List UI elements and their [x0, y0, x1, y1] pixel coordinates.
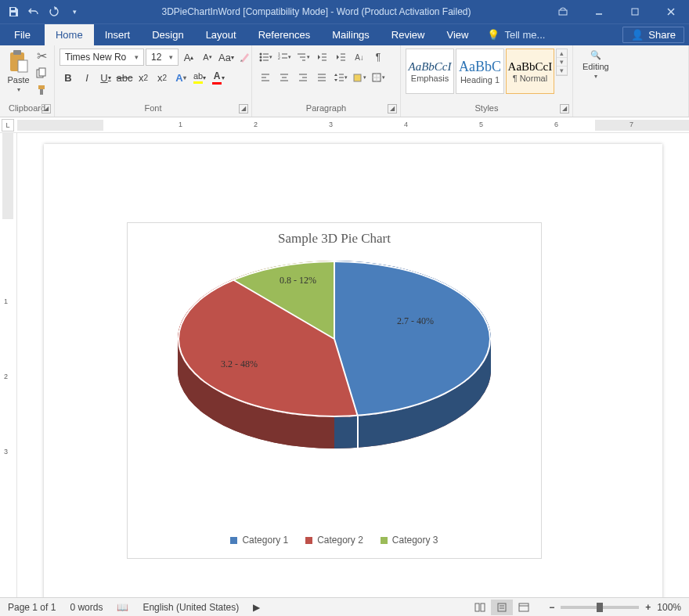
minimize-icon[interactable] [581, 0, 617, 23]
tab-view[interactable]: View [435, 24, 479, 45]
svg-point-16 [260, 59, 262, 62]
zoom-slider[interactable] [561, 606, 639, 609]
font-color-icon[interactable]: A▾ [210, 69, 227, 86]
close-icon[interactable] [653, 0, 689, 23]
borders-icon[interactable]: ▾ [370, 69, 387, 86]
change-case-icon[interactable]: Aa▾ [218, 49, 235, 66]
qat-customize-icon[interactable]: ▾ [66, 3, 83, 20]
style-emphasis[interactable]: AaBbCcIEmphasis [406, 49, 454, 94]
italic-button[interactable]: I [78, 69, 96, 86]
maximize-icon[interactable] [617, 0, 653, 23]
clear-formatting-icon[interactable] [236, 49, 254, 66]
tell-me[interactable]: 💡 Tell me... [479, 24, 553, 45]
web-layout-icon[interactable] [513, 600, 535, 615]
shrink-font-icon[interactable]: A▾ [199, 49, 216, 66]
svg-rect-11 [40, 89, 43, 95]
tab-design[interactable]: Design [141, 24, 194, 45]
scroll-down-icon[interactable]: ▾ [557, 58, 567, 67]
align-right-icon[interactable] [294, 69, 312, 86]
read-mode-icon[interactable] [469, 600, 491, 615]
tab-selector-icon[interactable]: L [2, 119, 14, 131]
editing-button[interactable]: 🔍 Editing ▾ [578, 49, 614, 81]
superscript-button[interactable]: x2 [153, 69, 171, 86]
ruler-mark: 2 [254, 121, 258, 128]
font-size-text: 12 [151, 52, 161, 63]
status-language[interactable]: English (United States) [142, 602, 239, 613]
format-painter-icon[interactable] [34, 83, 49, 97]
zoom-out-icon[interactable]: − [549, 602, 554, 613]
bulb-icon: 💡 [487, 29, 500, 41]
status-words[interactable]: 0 words [70, 602, 103, 613]
zoom-in-icon[interactable]: + [645, 602, 651, 613]
font-name-combo[interactable]: Times New Ro▾ [60, 49, 144, 66]
copy-icon[interactable] [34, 66, 49, 80]
paste-label: Paste [7, 75, 29, 85]
tab-insert[interactable]: Insert [94, 24, 142, 45]
share-button[interactable]: 👤 Share [622, 27, 684, 43]
svg-rect-58 [475, 603, 479, 611]
style-heading1[interactable]: AaBbCHeading 1 [456, 49, 504, 94]
ribbon-options-icon[interactable] [545, 0, 581, 23]
scroll-up-icon[interactable]: ▴ [557, 49, 567, 58]
tell-me-label: Tell me... [504, 29, 545, 41]
font-dialog-icon[interactable]: ◢ [239, 104, 248, 113]
tab-home[interactable]: Home [45, 24, 94, 45]
legend-swatch [305, 537, 312, 544]
align-center-icon[interactable] [276, 69, 293, 86]
clipboard-dialog-icon[interactable]: ◢ [41, 104, 51, 113]
align-left-icon[interactable] [257, 69, 274, 86]
bold-button[interactable]: B [60, 69, 77, 86]
ruler-vertical[interactable]: 1 2 3 [0, 133, 17, 597]
line-spacing-icon[interactable]: ▾ [332, 69, 349, 86]
sort-icon[interactable]: A↓ [351, 49, 368, 66]
styles-scroll[interactable]: ▴▾▾ [556, 49, 568, 76]
title-bar: ▾ 3DPieChartInWord [Compatibility Mode] … [0, 0, 689, 23]
tab-references[interactable]: References [247, 24, 321, 45]
show-marks-icon[interactable]: ¶ [370, 49, 387, 66]
style-normal[interactable]: AaBbCcI¶ Normal [506, 49, 554, 94]
font-size-combo[interactable]: 12▾ [146, 49, 179, 66]
spellcheck-icon[interactable]: 📖 [117, 602, 128, 613]
chart-object[interactable]: Sample 3D Pie Chart [127, 222, 542, 559]
ruler-horizontal[interactable]: L 1 2 3 4 5 6 7 [0, 117, 689, 133]
styles-dialog-icon[interactable]: ◢ [560, 104, 569, 113]
highlight-icon[interactable]: ab▾ [191, 69, 208, 86]
text-effects-icon[interactable]: A▾ [172, 69, 189, 86]
ruler-mark: 5 [479, 121, 483, 128]
status-bar: Page 1 of 1 0 words 📖 English (United St… [0, 597, 689, 616]
underline-button[interactable]: U▾ [97, 69, 114, 86]
undo-icon[interactable] [25, 3, 42, 20]
decrease-indent-icon[interactable] [313, 49, 330, 66]
subscript-button[interactable]: x2 [135, 69, 152, 86]
print-layout-icon[interactable] [491, 600, 513, 615]
multilevel-list-icon[interactable]: ▾ [294, 49, 312, 66]
svg-rect-1 [11, 13, 16, 16]
tab-review[interactable]: Review [381, 24, 436, 45]
cut-icon[interactable]: ✂ [34, 49, 49, 63]
legend-item: Category 3 [381, 535, 438, 546]
svg-rect-2 [559, 10, 567, 15]
macro-icon[interactable]: ▶ [253, 602, 260, 613]
styles-more-icon[interactable]: ▾ [557, 67, 567, 75]
redo-icon[interactable] [45, 3, 63, 20]
justify-icon[interactable] [313, 69, 330, 86]
increase-indent-icon[interactable] [332, 49, 349, 66]
paste-button[interactable]: Paste ▾ [5, 49, 32, 93]
status-page[interactable]: Page 1 of 1 [8, 602, 56, 613]
bullets-icon[interactable]: ▾ [257, 49, 274, 66]
save-icon[interactable] [5, 3, 22, 20]
grow-font-icon[interactable]: A▴ [180, 49, 197, 66]
svg-rect-10 [38, 85, 45, 89]
tab-file[interactable]: File [0, 24, 45, 45]
numbering-icon[interactable]: 12▾ [276, 49, 293, 66]
page[interactable]: Sample 3D Pie Chart [44, 144, 662, 597]
zoom-level[interactable]: 100% [657, 602, 681, 613]
style-label: ¶ Normal [513, 74, 547, 83]
tab-layout[interactable]: Layout [195, 24, 247, 45]
tab-mailings[interactable]: Mailings [321, 24, 381, 45]
shading-icon[interactable]: ▾ [351, 69, 368, 86]
strikethrough-button[interactable]: abc [116, 69, 133, 86]
group-label-paragraph: Paragraph [306, 103, 346, 113]
style-label: Heading 1 [460, 75, 500, 85]
paragraph-dialog-icon[interactable]: ◢ [388, 104, 397, 113]
